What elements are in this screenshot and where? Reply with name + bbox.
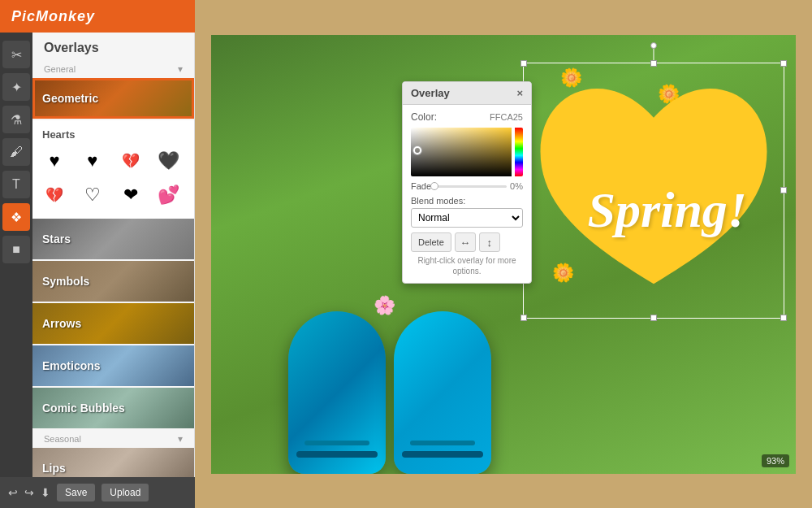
heart-item-6[interactable]: ♡ bbox=[77, 180, 108, 211]
brush-tool[interactable]: 🖌 bbox=[2, 138, 30, 166]
handle-top-right[interactable] bbox=[780, 60, 787, 67]
color-dark-overlay bbox=[411, 128, 512, 176]
app-logo: PicMonkey bbox=[11, 8, 95, 25]
overlays-tool[interactable]: ❖ bbox=[2, 203, 30, 231]
category-geometric[interactable]: Geometric bbox=[32, 78, 194, 119]
overlay-dialog-body: Color: FFCA25 Fade 0% Blend modes: bbox=[403, 105, 531, 283]
rotation-handle[interactable] bbox=[650, 42, 657, 49]
arrows-thumbnail: Arrows bbox=[32, 303, 194, 344]
overlay-hint: Right-click overlay for more options. bbox=[411, 255, 523, 276]
node-tool[interactable]: ✦ bbox=[2, 73, 30, 101]
category-symbols[interactable]: Symbols bbox=[32, 261, 194, 302]
category-arrows[interactable]: Arrows bbox=[32, 303, 194, 344]
flip-horizontal-button[interactable]: ↔ bbox=[455, 232, 476, 252]
heart-item-2[interactable]: ♥ bbox=[77, 145, 108, 176]
fade-value: 0% bbox=[510, 181, 523, 191]
emoticons-thumbnail: Emoticons bbox=[32, 345, 194, 386]
text-tool[interactable]: T bbox=[2, 171, 30, 198]
flip-vertical-button[interactable]: ↕ bbox=[479, 232, 500, 252]
color-hue-bar[interactable] bbox=[515, 128, 523, 176]
comic-thumbnail: Comic Bubbles bbox=[32, 388, 194, 428]
heart-item-8[interactable]: 💕 bbox=[153, 180, 184, 211]
blend-select[interactable]: Normal Multiply Screen Overlay Darken Li… bbox=[411, 208, 523, 228]
category-comic-bubbles[interactable]: Comic Bubbles bbox=[32, 388, 194, 428]
stars-thumbnail: Stars bbox=[32, 219, 194, 259]
blend-modes-row: Blend modes: Normal Multiply Screen Over… bbox=[411, 196, 523, 232]
emoticons-label: Emoticons bbox=[42, 359, 101, 372]
handle-middle-right[interactable] bbox=[780, 187, 787, 193]
hearts-grid: ♥ ♥ 💔 🖤 💔 ♡ ❤ 💕 bbox=[39, 145, 188, 211]
comic-label: Comic Bubbles bbox=[42, 402, 125, 415]
fade-thumb[interactable] bbox=[430, 182, 438, 190]
save-button[interactable]: Save bbox=[57, 484, 95, 501]
stars-label: Stars bbox=[42, 232, 71, 245]
canvas-area: 🌼 🌼 🌼 🌼 🌸 🌼 🌼 bbox=[195, 0, 812, 508]
category-emoticons[interactable]: Emoticons bbox=[32, 345, 194, 386]
scissors-tool[interactable]: ✂ bbox=[2, 41, 30, 68]
heart-item-3[interactable]: 💔 bbox=[115, 145, 146, 176]
heart-item-1[interactable]: ♥ bbox=[39, 145, 70, 176]
selection-box bbox=[523, 63, 784, 319]
fade-slider[interactable] bbox=[434, 185, 507, 188]
overlay-close-button[interactable]: × bbox=[516, 87, 523, 99]
blend-label: Blend modes: bbox=[411, 196, 523, 206]
general-section-header[interactable]: General bbox=[32, 60, 194, 78]
handle-bottom-right[interactable] bbox=[780, 315, 787, 321]
handle-top-left[interactable] bbox=[520, 60, 527, 67]
effects-tool[interactable]: ■ bbox=[2, 236, 30, 263]
redo-button[interactable]: ↪ bbox=[24, 486, 34, 499]
arrows-label: Arrows bbox=[42, 317, 81, 330]
overlay-dialog: Overlay × Color: FFCA25 Fade 0% bbox=[402, 81, 532, 284]
category-stars[interactable]: Stars bbox=[32, 219, 194, 259]
color-cursor bbox=[413, 146, 421, 154]
fade-label: Fade bbox=[411, 181, 431, 191]
flatten-button[interactable]: ⬇ bbox=[41, 486, 50, 499]
overlay-actions: Delete ↔ ↕ bbox=[411, 232, 523, 252]
overlay-dialog-header: Overlay × bbox=[403, 82, 531, 105]
handle-bottom-center[interactable] bbox=[650, 315, 657, 321]
icon-bar: ✂ ✦ ⚗ 🖌 T ❖ ■ bbox=[0, 33, 32, 508]
zoom-indicator: 93% bbox=[762, 454, 789, 467]
fade-row: Fade 0% bbox=[411, 181, 523, 191]
hearts-title: Hearts bbox=[39, 125, 188, 145]
color-label: Color: bbox=[411, 111, 437, 123]
topbar: PicMonkey bbox=[0, 0, 195, 33]
seasonal-section-header[interactable]: Seasonal bbox=[32, 430, 194, 448]
color-value: FFCA25 bbox=[490, 112, 523, 122]
color-picker[interactable] bbox=[411, 128, 523, 176]
flask-tool[interactable]: ⚗ bbox=[2, 106, 30, 133]
upload-button[interactable]: Upload bbox=[102, 484, 149, 501]
heart-item-7[interactable]: ❤ bbox=[115, 180, 146, 211]
overlay-dialog-title: Overlay bbox=[411, 87, 450, 99]
heart-item-5[interactable]: 💔 bbox=[39, 180, 70, 211]
sidebar-panel: Overlays General Geometric Hearts ♥ ♥ 💔 … bbox=[32, 33, 195, 508]
hearts-section: Hearts ♥ ♥ 💔 🖤 💔 ♡ ❤ 💕 bbox=[32, 120, 194, 219]
symbols-label: Symbols bbox=[42, 275, 89, 288]
handle-bottom-left[interactable] bbox=[520, 315, 527, 321]
sidebar-title: Overlays bbox=[32, 33, 194, 60]
symbols-thumbnail: Symbols bbox=[32, 261, 194, 302]
lips-label: Lips bbox=[42, 462, 66, 475]
bottom-toolbar: ↩ ↪ ⬇ Save Upload bbox=[0, 477, 195, 508]
delete-button[interactable]: Delete bbox=[411, 232, 451, 252]
color-row: Color: FFCA25 bbox=[411, 111, 523, 123]
heart-item-4[interactable]: 🖤 bbox=[153, 145, 184, 176]
handle-top-center[interactable] bbox=[650, 60, 657, 67]
undo-button[interactable]: ↩ bbox=[8, 486, 18, 499]
